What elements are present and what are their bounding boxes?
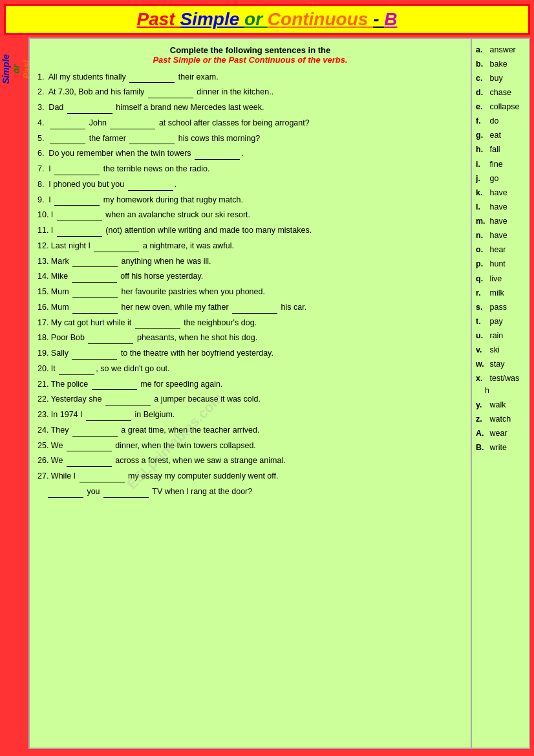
blank-15 [72, 297, 118, 298]
sentence-20: 20. It , so we didn't go out. [37, 363, 463, 375]
lbl-S: S [1, 78, 11, 83]
center-panel: ESLprintables.com Complete the following… [28, 38, 472, 749]
lbl-l: l [1, 59, 11, 61]
sentence-23: 23. In 1974 I in Belgium. [37, 409, 463, 421]
sentence-15: 15. Mum her favourite pastries when you … [37, 286, 463, 298]
blank-16a [72, 313, 118, 314]
sentence-25: 25. We dinner, when the twin towers coll… [37, 440, 463, 452]
word-i: i. fine [476, 158, 525, 170]
word-o: o. hear [476, 244, 525, 255]
word-x: x. test/was h [476, 373, 525, 396]
blank-4b [110, 129, 155, 129]
title-b: B [384, 9, 397, 29]
blank-6 [195, 159, 240, 160]
word-l: l. have [476, 201, 525, 213]
outer-border: Past Simple or Continuous - B Past Simpl… [0, 0, 534, 756]
blank-8 [128, 190, 173, 191]
blank-25 [67, 451, 112, 451]
sentence-12: 12. Last night I a nightmare, it was awf… [37, 240, 463, 252]
sentence-19: 19. Sally to the theatre with her boyfri… [37, 347, 463, 360]
title-bar: Past Simple or Continuous - B [4, 4, 530, 35]
sentence-6: 6. Do you remember when the twin towers … [37, 147, 463, 160]
blank-14 [72, 282, 117, 283]
word-q: q. live [476, 273, 525, 285]
sentence-16: 16. Mum her new oven, while my father hi… [37, 301, 463, 314]
blank-9 [54, 205, 100, 206]
sentence-1: 1. All my students finally their exam. [37, 71, 463, 83]
blank-21 [92, 389, 137, 390]
blank-27 [80, 482, 125, 482]
blank-3 [67, 113, 112, 114]
word-j: j. go [476, 173, 525, 184]
sentence-26: 26. We across a forest, when we saw a st… [37, 455, 463, 467]
lbl-or: o [11, 68, 21, 74]
lbl-r: r [11, 65, 21, 68]
blank-7 [54, 175, 100, 175]
word-w: w. stay [476, 358, 525, 370]
blank-19 [72, 359, 117, 360]
word-B: B. write [476, 442, 525, 453]
word-p: p. hunt [476, 258, 525, 270]
blank-18 [88, 343, 133, 344]
word-h: h. fall [476, 144, 525, 155]
blank-17 [135, 328, 180, 329]
blank-23 [86, 420, 131, 421]
word-u: u. rain [476, 330, 525, 341]
blank-10 [57, 221, 102, 221]
blank-12 [94, 252, 139, 252]
blank-13 [72, 266, 118, 267]
word-f: f. do [476, 115, 525, 127]
sentence-13: 13. Mark anything when he was ill. [37, 255, 463, 268]
word-g: g. eat [476, 129, 525, 141]
sentence-9: 9. I my homework during that rugby match… [37, 194, 463, 206]
lbl-pp: p [1, 61, 11, 67]
sentence-18: 18. Poor Bob pheasants, when he shot his… [37, 332, 463, 344]
sentence-21: 21. The police me for speeding again. [37, 378, 463, 391]
blank-28b [103, 497, 149, 498]
blank-16b [232, 313, 277, 314]
main-content: Past Simple or Past Continuous ESLprinta… [4, 38, 530, 749]
word-list: a. answer b. bake c. buy d. chase e. col… [476, 44, 525, 454]
sentence-2: 2. At 7.30, Bob and his family dinner in… [37, 86, 463, 98]
blank-22 [105, 405, 151, 405]
sentence-22: 22. Yesterday she a jumper because it wa… [37, 393, 463, 405]
title-simple: Simple [180, 9, 244, 29]
sentence-10: 10. I when an avalanche struck our ski r… [37, 209, 463, 221]
word-d: d. chase [476, 87, 525, 98]
blank-24 [72, 436, 118, 437]
word-r: r. milk [476, 287, 525, 299]
word-t: t. pay [476, 316, 525, 327]
instruction-line1: Complete the following sentences in the [37, 45, 463, 55]
blank-26 [67, 466, 112, 467]
lbl-e: e [1, 54, 11, 59]
blank-2 [148, 98, 193, 98]
title-past: Past [137, 9, 180, 29]
blank-1 [129, 82, 175, 83]
sentence-5: 5. the farmer his cows this morning? [37, 133, 463, 145]
sentences-list: 1. All my students finally their exam. 2… [37, 71, 463, 498]
page-title: Past Simple or Continuous - B [11, 8, 523, 30]
blank-5b [129, 144, 175, 144]
word-k: k. have [476, 187, 525, 199]
sentence-11: 11. I (not) attention while writing and … [37, 224, 463, 237]
word-A: A. wear [476, 427, 525, 439]
title-or: or [244, 9, 268, 29]
word-m: m. have [476, 215, 525, 227]
sentence-28: you TV when I rang at the door? [37, 486, 463, 498]
right-panel: a. answer b. bake c. buy d. chase e. col… [472, 38, 530, 749]
word-e: e. collapse [476, 101, 525, 113]
title-continuous: Continuous [268, 9, 373, 29]
sentence-27: 27. While I my essay my computer suddenl… [37, 470, 463, 482]
word-y: y. walk [476, 399, 525, 411]
blank-5a [50, 144, 85, 144]
instructions: Complete the following sentences in the … [37, 45, 463, 65]
word-a: a. answer [476, 44, 525, 56]
blank-11 [57, 236, 102, 237]
word-s: s. pass [476, 301, 525, 313]
sentence-14: 14. Mike off his horse yesterday. [37, 270, 463, 283]
sentence-3: 3. Dad himself a brand new Mercedes last… [37, 102, 463, 114]
sentence-4: 4. John at school after classes for bein… [37, 117, 463, 129]
sentence-8: 8. I phoned you but you . [37, 178, 463, 191]
blank-20 [59, 374, 94, 375]
word-b: b. bake [476, 58, 525, 70]
